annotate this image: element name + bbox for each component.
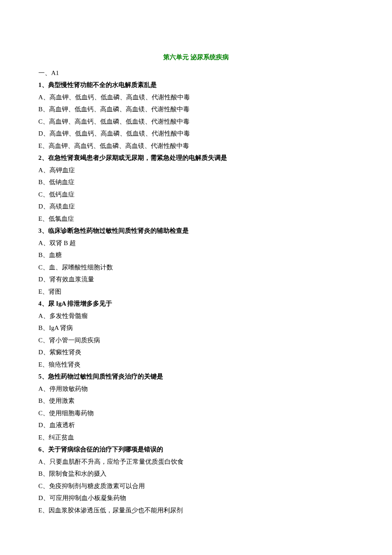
option: E、纠正贫血 [38,431,354,444]
option: C、肾小管一间质疾病 [38,334,354,347]
question-text: 2、在急性肾衰竭患者少尿期或无尿期，需紧急处理的电解质失调是 [38,152,354,164]
option: D、高镁血症 [38,200,354,213]
option: C、免疫抑制剂与糖皮质激素可以合用 [38,480,354,492]
option: D、高血钾、低血钙、高血磷、低血镁、代谢性酸中毒 [38,127,354,140]
option: B、IgA 肾病 [38,322,354,334]
option: A、多发性骨髓瘤 [38,310,354,322]
option: B、限制食盐和水的摄入 [38,468,354,480]
option: B、低钠血症 [38,176,354,188]
question-text: 4、尿 IgA 排泄增多多见于 [38,298,354,310]
option: E、狼疮性肾炎 [38,358,354,371]
page-title: 第六单元 泌尿系统疾病 [38,51,354,64]
document-page: 第六单元 泌尿系统疾病 一、A1 1、典型慢性肾功能不全的水电解质紊乱是 A、高… [0,0,392,542]
option: D、紫癜性肾炎 [38,346,354,358]
section-label: 一、A1 [38,67,354,79]
question-block: 6、关于肾病综合征的治疗下列哪项是错误的 A、只要血肌酐不升高，应给予正常量优质… [38,443,354,516]
question-block: 3、临床诊断急性药物过敏性间质性肾炎的辅助检查是 A、双肾 B 超 B、血糖 C… [38,225,354,298]
option: E、因血浆胶体渗透压低，尿量虽少也不能用利尿剂 [38,504,354,517]
question-text: 5、急性药物过敏性间质性肾炎治疗的关键是 [38,370,354,383]
option: A、高钾血症 [38,164,354,176]
option: B、使用激素 [38,395,354,407]
question-text: 1、典型慢性肾功能不全的水电解质紊乱是 [38,79,354,91]
question-text: 3、临床诊断急性药物过敏性间质性肾炎的辅助检查是 [38,225,354,237]
question-text: 6、关于肾病综合征的治疗下列哪项是错误的 [38,443,354,456]
option: B、血糖 [38,249,354,261]
option: A、只要血肌酐不升高，应给予正常量优质蛋白饮食 [38,456,354,468]
option: C、使用细胞毒药物 [38,407,354,419]
option: D、血液透析 [38,419,354,431]
option: D、可应用抑制血小板凝集药物 [38,492,354,504]
option: D、肾有效血浆流量 [38,273,354,286]
question-block: 1、典型慢性肾功能不全的水电解质紊乱是 A、高血钾、低血钙、低血磷、高血镁、代谢… [38,79,354,152]
option: A、停用致敏药物 [38,383,354,395]
option: E、肾图 [38,286,354,298]
question-block: 2、在急性肾衰竭患者少尿期或无尿期，需紧急处理的电解质失调是 A、高钾血症 B、… [38,152,354,225]
question-block: 4、尿 IgA 排泄增多多见于 A、多发性骨髓瘤 B、IgA 肾病 C、肾小管一… [38,298,354,370]
option: A、高血钾、低血钙、低血磷、高血镁、代谢性酸中毒 [38,91,354,104]
option: C、高血钾、高血钙、低血磷、低血镁、代谢性酸中毒 [38,116,354,128]
question-block: 5、急性药物过敏性间质性肾炎治疗的关键是 A、停用致敏药物 B、使用激素 C、使… [38,370,354,443]
option: E、高血钾、高血钙、低血磷、高血镁、代谢性酸中毒 [38,140,354,152]
option: C、血、尿嗜酸性细胞计数 [38,261,354,274]
option: B、高血钾、低血钙、高血磷、高血镁、代谢性酸中毒 [38,103,354,116]
option: C、低钙血症 [38,188,354,201]
option: A、双肾 B 超 [38,237,354,249]
option: E、低氯血症 [38,213,354,225]
